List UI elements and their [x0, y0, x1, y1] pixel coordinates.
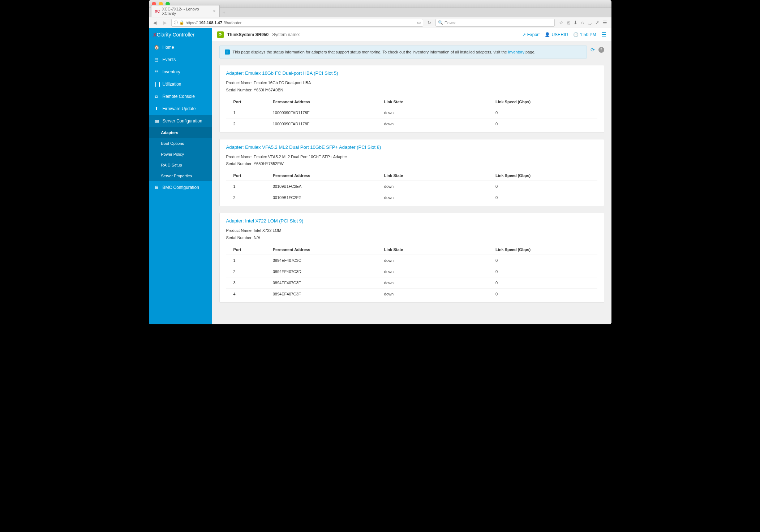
search-bar[interactable]: 🔍 Поиск — [435, 19, 555, 27]
th-addr: Permanent Address — [271, 97, 382, 107]
table-row: 110000090FAD1178Edown0 — [226, 107, 597, 118]
reload-button[interactable]: ↻ — [425, 20, 433, 25]
product-name: ThinkSystem SR950 — [227, 32, 269, 37]
table-row: 200109B1FC2F2down0 — [226, 192, 597, 203]
tab-title: XCC-7X12- - Lenovo XClarity — [162, 7, 211, 16]
tab-close-icon[interactable]: × — [213, 9, 215, 14]
adapter-card: Adapter: Emulex VFA5.2 ML2 Dual Port 10G… — [219, 139, 604, 207]
th-port: Port — [226, 245, 271, 255]
clock-icon: 🕐 — [573, 32, 579, 37]
table-row: 20894EF407C3Ddown0 — [226, 266, 597, 277]
nav-label: Firmware Update — [163, 106, 196, 111]
adapter-title-link[interactable]: Adapter: Emulex VFA5.2 ML2 Dual Port 10G… — [226, 144, 597, 150]
menu-icon[interactable]: ☰ — [603, 20, 607, 25]
lenovo-badge-icon: ⟳ — [217, 31, 224, 38]
sidebar-nav: 🏠Home▤Events☷Inventory❙❙Utilization⧉Remo… — [149, 41, 212, 194]
addr-cell: 0894EF407C3E — [271, 277, 382, 288]
bookmark-icon[interactable]: ☆ — [559, 20, 563, 25]
back-button[interactable]: ◀ — [151, 20, 159, 25]
banner-text: This page displays the status informatio… — [233, 50, 536, 54]
port-cell: 3 — [226, 277, 271, 288]
speed-cell: 0 — [493, 181, 597, 192]
link-cell: down — [382, 192, 493, 203]
browser-tab[interactable]: XC XCC-7X12- - Lenovo XClarity × — [151, 5, 220, 17]
addr-cell: 00109B1FC2EA — [271, 181, 382, 192]
nav-icon: ❙❙ — [154, 82, 159, 87]
sidebar-item-inventory[interactable]: ☷Inventory — [149, 66, 212, 78]
addr-cell: 10000090FAD1178F — [271, 118, 382, 129]
banner-after: page. — [524, 50, 536, 54]
th-link: Link State — [382, 245, 493, 255]
subnav-item-boot-options[interactable]: Boot Options — [149, 138, 212, 149]
nav-icon: 🖴 — [154, 118, 159, 124]
adapter-meta: Product Name: Emulex VFA5.2 ML2 Dual Por… — [226, 153, 597, 168]
search-placeholder: Поиск — [445, 21, 455, 25]
sidebar-item-bmc-configuration[interactable]: 🖥BMC Configuration — [149, 181, 212, 194]
serial-line: Serial Number: N/A — [226, 234, 597, 242]
subnav-item-power-policy[interactable]: Power Policy — [149, 149, 212, 160]
th-addr: Permanent Address — [271, 170, 382, 181]
banner-before: This page displays the status informatio… — [233, 50, 508, 54]
settings-menu-icon[interactable]: ☰ — [601, 31, 606, 38]
sidebar-item-utilization[interactable]: ❙❙Utilization — [149, 78, 212, 90]
library-icon[interactable]: ⎘ — [567, 20, 570, 25]
lock-icon: 🔒 — [179, 20, 184, 25]
reader-mode-icon[interactable]: ▭ — [417, 20, 421, 25]
subnav-item-server-properties[interactable]: Server Properties — [149, 170, 212, 181]
subnav-item-adapters[interactable]: Adapters — [149, 127, 212, 138]
share-icon: ↗ — [522, 32, 526, 37]
subnav-item-raid-setup[interactable]: RAID Setup — [149, 160, 212, 170]
help-icon[interactable]: ? — [598, 47, 604, 53]
sidebar-item-events[interactable]: ▤Events — [149, 53, 212, 66]
topbar-right: ↗Export 👤USERID 🕐1:50 PM ☰ — [522, 31, 606, 38]
tab-strip: XC XCC-7X12- - Lenovo XClarity × + — [149, 8, 611, 17]
brand-x-icon: X — [153, 32, 156, 38]
browser-window: XC XCC-7X12- - Lenovo XClarity × + ◀ ▶ ⓘ… — [149, 0, 611, 324]
port-cell: 1 — [226, 181, 271, 192]
app-root: XClarity Controller 🏠Home▤Events☷Invento… — [149, 28, 611, 324]
nav-label: Inventory — [163, 69, 180, 74]
sidebar-item-remote-console[interactable]: ⧉Remote Console — [149, 90, 212, 103]
addr-cell: 00109B1FC2F2 — [271, 192, 382, 203]
time-display: 🕐1:50 PM — [573, 32, 596, 37]
user-label: USERID — [551, 32, 568, 37]
adapter-title-link[interactable]: Adapter: Intel X722 LOM (PCI Slot 9) — [226, 218, 597, 224]
brand-prefix: Clarity — [157, 32, 171, 38]
new-tab-button[interactable]: + — [220, 8, 228, 17]
brand-logo: XClarity Controller — [149, 28, 212, 41]
sidebar-item-home[interactable]: 🏠Home — [149, 41, 212, 53]
adapter-card: Adapter: Emulex 16Gb FC Dual-port HBA (P… — [219, 65, 604, 133]
refresh-icon[interactable]: ⟳ — [591, 47, 595, 53]
fullscreen-icon[interactable]: ⤢ — [595, 20, 599, 25]
serial-line: Serial Number: Y650HY7552EW — [226, 160, 597, 168]
sidebar-item-firmware-update[interactable]: ⬆Firmware Update — [149, 103, 212, 115]
info-icon: i — [225, 49, 230, 55]
address-bar[interactable]: ⓘ 🔒 https://192.168.1.47/#/adapter ▭ — [171, 19, 423, 27]
product-line: Product Name: Intel X722 LOM — [226, 227, 597, 234]
home-icon[interactable]: ⌂ — [581, 20, 584, 25]
export-label: Export — [527, 32, 540, 37]
speed-cell: 0 — [493, 266, 597, 277]
ports-table: PortPermanent AddressLink StateLink Spee… — [226, 170, 597, 203]
url-prefix: https:// — [186, 21, 198, 25]
port-cell: 2 — [226, 266, 271, 277]
addr-cell: 0894EF407C3D — [271, 266, 382, 277]
speed-cell: 0 — [493, 277, 597, 288]
adapter-title-link[interactable]: Adapter: Emulex 16Gb FC Dual-port HBA (P… — [226, 70, 597, 76]
th-port: Port — [226, 170, 271, 181]
export-button[interactable]: ↗Export — [522, 32, 540, 37]
port-cell: 2 — [226, 118, 271, 129]
pocket-icon[interactable]: ◡ — [588, 20, 592, 25]
system-name-label: System name: — [272, 32, 300, 37]
user-menu[interactable]: 👤USERID — [545, 32, 568, 37]
downloads-icon[interactable]: ⬇ — [574, 20, 577, 25]
th-speed: Link Speed (Gbps) — [493, 170, 597, 181]
top-bar: ⟳ ThinkSystem SR950 System name: ↗Export… — [212, 28, 611, 41]
inventory-link[interactable]: Inventory — [508, 50, 524, 54]
sidebar: XClarity Controller 🏠Home▤Events☷Invento… — [149, 28, 212, 324]
product-line: Product Name: Emulex VFA5.2 ML2 Dual Por… — [226, 153, 597, 161]
nav-label: Server Configuration — [163, 118, 202, 124]
forward-button[interactable]: ▶ — [161, 20, 169, 25]
sidebar-item-server-configuration[interactable]: 🖴Server Configuration — [149, 115, 212, 127]
ports-table: PortPermanent AddressLink StateLink Spee… — [226, 245, 597, 299]
